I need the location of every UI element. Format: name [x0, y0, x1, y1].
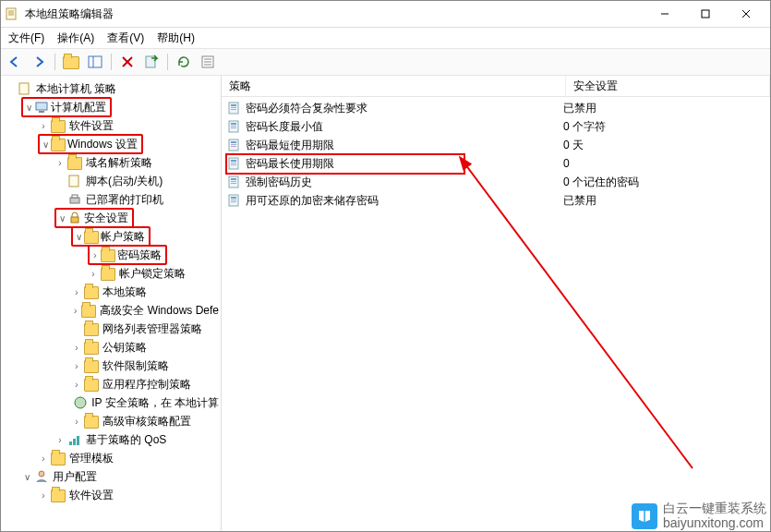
toolbar-separator — [54, 54, 55, 70]
tree-ipsec[interactable]: IP 安全策略，在 本地计算 — [71, 393, 221, 412]
menu-view[interactable]: 查看(V) — [107, 30, 144, 46]
policy-icon — [227, 138, 242, 152]
expand-icon[interactable]: › — [38, 453, 49, 464]
tree-qos[interactable]: ›基于策略的 QoS — [54, 430, 221, 449]
menu-action[interactable]: 操作(A) — [57, 30, 94, 46]
show-hide-tree-button[interactable] — [85, 52, 105, 72]
delete-button[interactable] — [117, 52, 138, 72]
policy-name: 强制密码历史 — [246, 175, 312, 190]
folder-icon — [51, 118, 66, 133]
expand-icon[interactable]: › — [71, 287, 82, 297]
folder-icon — [84, 340, 99, 355]
svg-rect-42 — [231, 160, 236, 162]
expand-icon[interactable]: › — [54, 158, 66, 168]
ipsec-icon — [73, 395, 88, 410]
expand-icon[interactable]: › — [88, 269, 99, 279]
tree-pubkey[interactable]: ›公钥策略 — [71, 338, 221, 357]
expand-icon[interactable]: › — [71, 361, 82, 371]
tree-audit[interactable]: ›高级审核策略配置 — [71, 412, 221, 430]
minimize-button[interactable] — [645, 1, 685, 27]
expand-icon[interactable]: › — [71, 306, 79, 316]
tree-software-settings[interactable]: ›软件设置 — [38, 116, 221, 135]
policy-value: 已禁用 — [556, 193, 770, 209]
tree-account-policy[interactable]: ∨ 帐户策略 — [71, 227, 221, 246]
collapse-icon[interactable]: ∨ — [73, 232, 84, 242]
back-button[interactable] — [5, 52, 25, 72]
expand-icon[interactable]: › — [71, 417, 82, 427]
policy-row[interactable]: 用可还原的加密来储存密码已禁用 — [222, 191, 770, 210]
tree-appctrl[interactable]: ›应用程序控制策略 — [71, 375, 221, 393]
svg-rect-23 — [71, 217, 78, 223]
tree-lockout-policy[interactable]: ›帐户锁定策略 — [88, 264, 221, 283]
svg-point-28 — [39, 471, 44, 477]
up-button[interactable] — [61, 52, 81, 72]
expand-icon[interactable]: › — [38, 490, 49, 501]
menu-help[interactable]: 帮助(H) — [157, 30, 195, 46]
svg-rect-47 — [231, 181, 236, 182]
policy-row[interactable]: 密码最短使用期限0 天 — [222, 136, 770, 154]
policy-icon — [227, 101, 242, 115]
policy-doc-icon — [18, 81, 32, 96]
expand-icon[interactable]: › — [71, 380, 82, 390]
printer-icon — [67, 192, 82, 207]
maximize-button[interactable] — [685, 1, 726, 27]
expand-icon[interactable]: › — [90, 250, 101, 260]
policy-name: 密码最短使用期限 — [246, 138, 334, 153]
column-headers: 策略 安全设置 — [222, 76, 770, 97]
col-policy[interactable]: 策略 — [222, 76, 566, 96]
tree-user-software[interactable]: ›软件设置 — [38, 486, 221, 504]
collapse-icon[interactable]: ∨ — [21, 472, 32, 482]
forward-button[interactable] — [29, 52, 49, 72]
policy-row[interactable]: 强制密码历史0 个记住的密码 — [222, 173, 770, 191]
policy-value: 已禁用 — [556, 101, 770, 116]
svg-rect-38 — [231, 141, 236, 143]
svg-rect-18 — [36, 103, 47, 110]
tree-netlist[interactable]: 网络列表管理器策略 — [71, 320, 221, 338]
tree-security-settings[interactable]: ∨ 安全设置 — [54, 209, 221, 227]
svg-rect-43 — [231, 163, 236, 163]
policy-row[interactable]: 密码长度最小值0 个字符 — [222, 117, 770, 136]
policy-row[interactable]: 密码最长使用期限0 — [222, 154, 770, 173]
folder-lock-icon — [101, 248, 115, 262]
nav-tree[interactable]: 本地计算机 策略 ∨ 计算机配置 — [1, 76, 222, 532]
tree-computer-config[interactable]: ∨ 计算机配置 — [21, 98, 221, 116]
collapse-icon[interactable]: ∨ — [23, 103, 34, 113]
svg-rect-34 — [231, 123, 236, 125]
export-button[interactable] — [141, 52, 162, 72]
tree-password-policy[interactable]: › 密码策略 — [88, 246, 221, 264]
expand-icon[interactable]: › — [38, 121, 49, 131]
svg-rect-48 — [231, 183, 236, 184]
refresh-button[interactable] — [174, 52, 194, 72]
collapse-icon[interactable]: ∨ — [56, 213, 67, 224]
folder-lock-icon — [101, 266, 115, 281]
tree-printers[interactable]: 已部署的打印机 — [54, 190, 221, 209]
expand-icon[interactable]: › — [71, 343, 82, 353]
tree-admin-templates[interactable]: ›管理模板 — [38, 449, 221, 467]
qos-icon — [67, 432, 82, 447]
policy-row[interactable]: 密码必须符合复杂性要求已禁用 — [222, 99, 770, 117]
tree-windows-settings[interactable]: ∨ Windows 设置 — [38, 135, 221, 153]
svg-rect-27 — [77, 436, 79, 445]
properties-button[interactable] — [198, 52, 218, 72]
svg-rect-0 — [6, 8, 16, 19]
tree-root[interactable]: 本地计算机 策略 — [5, 79, 221, 98]
highlight-box: ∨ 计算机配置 — [21, 97, 112, 117]
col-setting[interactable]: 安全设置 — [566, 76, 770, 96]
menu-file[interactable]: 文件(F) — [8, 30, 44, 46]
close-button[interactable] — [726, 1, 766, 27]
tree-local-policy[interactable]: ›本地策略 — [71, 283, 221, 301]
tree-scripts[interactable]: 脚本(启动/关机) — [54, 172, 221, 190]
svg-rect-32 — [231, 109, 236, 110]
watermark: 白云一键重装系统 baiyunxitong.com — [632, 502, 766, 530]
tree-softrestrict[interactable]: ›软件限制策略 — [71, 357, 221, 375]
collapse-icon[interactable]: ∨ — [40, 139, 51, 150]
tree-dns-policy[interactable]: ›域名解析策略 — [54, 153, 221, 172]
title-bar: 本地组策略编辑器 — [1, 1, 770, 28]
svg-rect-51 — [231, 200, 236, 200]
svg-rect-26 — [73, 439, 76, 445]
lock-icon — [67, 211, 82, 225]
tree-defender[interactable]: ›高级安全 Windows Defe — [71, 301, 221, 320]
toolbar — [1, 49, 770, 76]
expand-icon[interactable]: › — [54, 435, 66, 445]
tree-user-config[interactable]: ∨用户配置 — [21, 467, 221, 486]
